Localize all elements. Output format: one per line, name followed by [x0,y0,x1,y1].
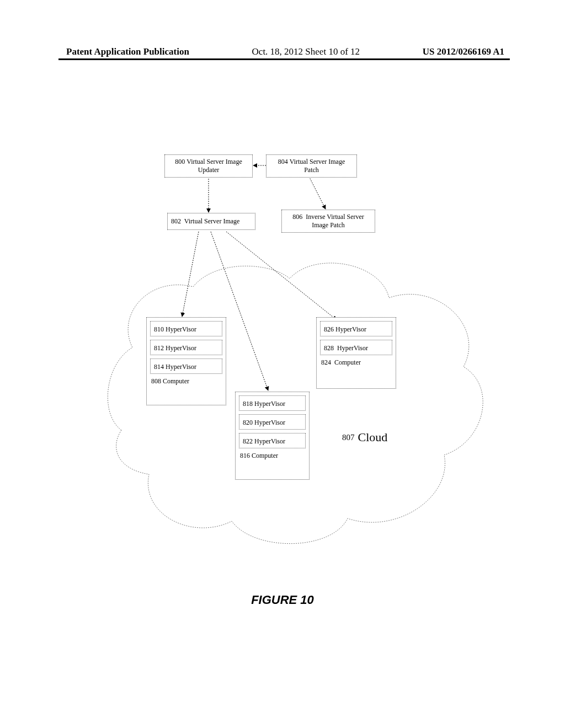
header-right: US 2012/0266169 A1 [423,46,504,57]
box-800-label: Virtual Server Image Updater [186,158,242,174]
box-810-label: HyperVisor [166,325,196,333]
box-820: 820 HyperVisor [239,414,306,430]
header-rule [58,58,510,60]
box-818: 818 HyperVisor [239,395,306,411]
box-822: 822 HyperVisor [239,433,306,448]
box-816-label: Computer [252,452,278,459]
page-header: Patent Application Publication Oct. 18, … [0,46,565,57]
box-800: 800Virtual Server Image Updater [164,154,253,178]
box-808-label: Computer [163,377,189,385]
box-818-num: 818 [243,400,253,408]
box-828: 828 HyperVisor [320,340,392,355]
box-814-num: 814 [154,363,164,371]
box-807-num: 807 [342,433,355,442]
box-826-num: 826 [324,325,334,333]
box-802-num: 802 [171,217,181,225]
box-808-num: 808 [151,377,161,385]
box-816: 816 Computer [240,452,306,460]
box-814: 814 HyperVisor [150,358,222,374]
box-808: 808 Computer [151,377,222,386]
box-816-num: 816 [240,452,250,459]
box-804: 804Virtual Server Image Patch [266,154,357,178]
box-806: 806 Inverse Virtual Server Image Patch [281,210,375,233]
svg-line-2 [309,176,326,209]
figure-diagram: 800Virtual Server Image Updater 804Virtu… [88,154,486,574]
box-828-label: HyperVisor [337,344,368,352]
box-808-container: 810 HyperVisor 812 HyperVisor 814 HyperV… [146,317,226,405]
box-824-container: 826 HyperVisor 828 HyperVisor 824 Comput… [316,317,396,389]
box-824-num: 824 [321,358,331,366]
svg-line-5 [226,232,337,320]
box-802-label: Virtual Server Image [184,217,240,225]
box-804-num: 804 [278,158,288,165]
box-806-label: Inverse Virtual Server Image Patch [306,213,364,229]
box-816-container: 818 HyperVisor 820 HyperVisor 822 HyperV… [235,392,310,480]
svg-line-3 [182,232,199,317]
box-812-num: 812 [154,344,164,352]
box-810-num: 810 [154,325,164,333]
box-812: 812 HyperVisor [150,340,222,355]
box-800-num: 800 [175,158,185,165]
box-824: 824 Computer [321,358,392,367]
box-806-num: 806 [292,213,302,221]
box-818-label: HyperVisor [254,400,285,408]
box-820-label: HyperVisor [254,419,285,426]
box-820-num: 820 [243,419,253,426]
box-822-num: 822 [243,437,253,445]
header-center: Oct. 18, 2012 Sheet 10 of 12 [252,46,360,57]
box-826: 826 HyperVisor [320,321,392,336]
box-802: 802 Virtual Server Image [167,213,255,230]
box-812-label: HyperVisor [166,344,196,352]
box-824-label: Computer [334,358,361,366]
box-810: 810 HyperVisor [150,321,222,336]
box-807-label: Cloud [358,430,388,444]
box-828-num: 828 [324,344,334,352]
box-822-label: HyperVisor [254,437,285,445]
box-814-label: HyperVisor [166,363,196,371]
box-804-label: Virtual Server Image Patch [290,158,345,174]
box-826-label: HyperVisor [335,325,366,333]
figure-caption: FIGURE 10 [0,593,565,607]
header-left: Patent Application Publication [66,46,189,57]
cloud-label: 807Cloud [342,430,387,445]
